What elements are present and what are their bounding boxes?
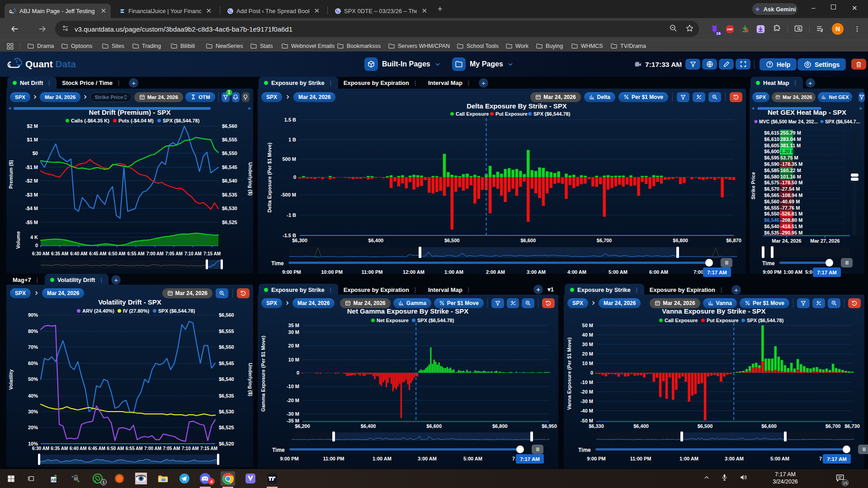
svg-text:SPX ($6,544.78): SPX ($6,544.78)	[158, 308, 195, 314]
svg-text:-1 B: -1 B	[287, 212, 296, 218]
svg-text:$6,600: $6,600	[764, 149, 779, 154]
svg-text:$6,535: $6,535	[222, 192, 237, 197]
svg-text:-10 M: -10 M	[580, 380, 593, 385]
svg-text:-77.76 M: -77.76 M	[780, 205, 800, 211]
svg-text:-178.50 M: -178.50 M	[780, 180, 803, 185]
svg-text:6:30 AM: 6:30 AM	[32, 446, 49, 451]
svg-text:-290.95 M: -290.95 M	[780, 230, 803, 235]
svg-text:$6,400: $6,400	[368, 238, 384, 243]
svg-text:6:40 AM: 6:40 AM	[70, 251, 87, 256]
svg-text:$0: $0	[33, 150, 38, 156]
svg-text:$6,595: $6,595	[764, 155, 779, 160]
svg-text:381.11 M: 381.11 M	[780, 143, 801, 148]
svg-text:$6,600: $6,600	[426, 423, 442, 429]
svg-text:Gamma Exposure (Per $1 Move): Gamma Exposure (Per $1 Move)	[260, 336, 266, 412]
svg-text:0: 0	[35, 243, 38, 248]
svg-text:$6,565: $6,565	[764, 192, 779, 198]
svg-text:30%: 30%	[28, 409, 38, 414]
svg-text:-$2 M: -$2 M	[25, 178, 38, 183]
svg-text:$6,580: $6,580	[764, 174, 779, 179]
svg-text:7:10 AM: 7:10 AM	[182, 446, 199, 451]
svg-text:-526.81 M: -526.81 M	[780, 211, 803, 216]
svg-text:$6,575: $6,575	[764, 180, 779, 185]
svg-text:$6,560: $6,560	[222, 123, 237, 129]
svg-text:-108.94 M: -108.94 M	[780, 192, 803, 198]
svg-text:283.04 M: 283.04 M	[780, 136, 801, 142]
svg-text:Vanna Exposure (Per $1 Move): Vanna Exposure (Per $1 Move)	[566, 338, 572, 410]
svg-text:$6,200: $6,200	[295, 423, 310, 429]
svg-text:Net Drift (Premium) - SPX: Net Drift (Premium) - SPX	[89, 108, 171, 116]
svg-text:Volume: Volume	[15, 231, 21, 249]
svg-text:-178.35 M: -178.35 M	[780, 161, 803, 167]
svg-text:$6,500: $6,500	[698, 423, 713, 429]
svg-text:Mar 24, 2026: Mar 24, 2026	[772, 238, 801, 244]
svg-text:7:05 AM: 7:05 AM	[165, 251, 183, 256]
svg-text:$6,535: $6,535	[764, 230, 779, 235]
svg-text:90%: 90%	[28, 312, 38, 318]
svg-text:7:15 AM: 7:15 AM	[203, 251, 221, 256]
svg-text:4 K: 4 K	[30, 235, 38, 240]
svg-text:-208.80 M: -208.80 M	[780, 217, 803, 223]
svg-text:SPX ($6,544.78): SPX ($6,544.78)	[417, 318, 454, 323]
svg-text:6:55 AM: 6:55 AM	[126, 446, 143, 451]
svg-text:$6,550: $6,550	[764, 211, 779, 216]
svg-text:1.20 B: 1.20 B	[780, 149, 795, 154]
svg-text:7:05 AM: 7:05 AM	[163, 446, 180, 451]
svg-text:-500 M: -500 M	[281, 192, 296, 197]
svg-text:7:00 AM: 7:00 AM	[144, 446, 161, 451]
svg-text:$6,545: $6,545	[219, 361, 234, 366]
svg-text:7:10 AM: 7:10 AM	[184, 251, 202, 256]
svg-text:0: 0	[590, 370, 593, 375]
svg-text:30 M: 30 M	[288, 329, 299, 335]
svg-text:-$1 M: -$1 M	[25, 164, 38, 170]
svg-text:101.16 M: 101.16 M	[780, 174, 801, 179]
svg-text:-$4 M: -$4 M	[25, 206, 38, 211]
svg-text:$6,800: $6,800	[673, 238, 688, 243]
svg-text:$6,535: $6,535	[219, 393, 234, 399]
svg-text:6:45 AM: 6:45 AM	[89, 251, 106, 256]
svg-text:-10 M: -10 M	[287, 384, 299, 389]
svg-text:$2 M: $2 M	[27, 123, 38, 129]
svg-text:IV (27.80%): IV (27.80%)	[123, 308, 149, 314]
svg-text:SPX ($6,544.78): SPX ($6,544.78)	[533, 111, 571, 117]
svg-text:35 M: 35 M	[288, 323, 299, 328]
svg-text:$6,540: $6,540	[764, 224, 779, 229]
svg-text:$6,500: $6,500	[444, 238, 460, 243]
svg-text:Strike Price: Strike Price	[750, 172, 756, 200]
svg-text:-40.69 M: -40.69 M	[780, 199, 800, 204]
svg-text:-50 M: -50 M	[580, 418, 593, 423]
svg-text:6:50 AM: 6:50 AM	[108, 251, 125, 256]
svg-text:Put Exposure: Put Exposure	[495, 111, 528, 117]
svg-text:$6,540: $6,540	[222, 178, 237, 183]
svg-text:$6,700: $6,700	[826, 423, 841, 429]
svg-text:Net GEX Heat Map - SPX: Net GEX Heat Map - SPX	[768, 108, 846, 116]
svg-text:Delta Exposure By Strike - SPX: Delta Exposure By Strike - SPX	[467, 102, 567, 110]
svg-text:20%: 20%	[28, 425, 38, 430]
svg-text:Underlying ($): Underlying ($)	[248, 363, 253, 396]
svg-text:MVC ($6,500 Mar 24, 202...: MVC ($6,500 Mar 24, 202...	[759, 119, 818, 124]
svg-text:$6,525: $6,525	[222, 220, 237, 225]
svg-text:$6,950: $6,950	[542, 423, 557, 429]
svg-text:$6,585: $6,585	[764, 168, 779, 173]
svg-text:7:15 AM: 7:15 AM	[200, 446, 217, 451]
svg-text:$6,600: $6,600	[761, 423, 777, 429]
svg-text:40%: 40%	[28, 393, 38, 399]
svg-text:ABP: ABP	[727, 28, 733, 31]
svg-text:$6,555: $6,555	[764, 205, 779, 211]
svg-text:50%: 50%	[28, 376, 38, 382]
svg-text:$6,400: $6,400	[633, 423, 649, 429]
svg-text:$6,400: $6,400	[361, 423, 376, 429]
svg-text:$6,610: $6,610	[764, 136, 779, 142]
svg-text:ARV (24.40%): ARV (24.40%)	[82, 308, 114, 314]
svg-text:SPX ($6,544.78): SPX ($6,544.78)	[747, 318, 784, 323]
svg-text:Underlying ($): Underlying ($)	[248, 162, 253, 196]
svg-text:Put Exposure: Put Exposure	[707, 318, 739, 323]
svg-text:Net Gamma Exposure By Strike -: Net Gamma Exposure By Strike - SPX	[347, 307, 468, 315]
svg-text:20 M: 20 M	[288, 343, 299, 348]
svg-text:$1 M: $1 M	[27, 137, 38, 142]
svg-text:10 M: 10 M	[582, 361, 593, 366]
svg-text:-418.51 M: -418.51 M	[780, 224, 803, 229]
svg-text:-27.54 M: -27.54 M	[780, 186, 800, 192]
svg-text:$6,560: $6,560	[219, 312, 234, 318]
svg-text:$6,700: $6,700	[597, 238, 612, 243]
